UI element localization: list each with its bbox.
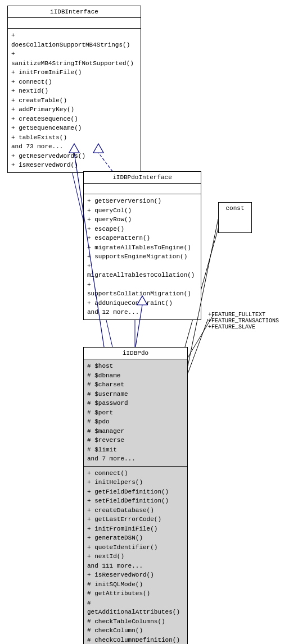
feature-line-1: +FEATURE_FULLTEXT	[208, 312, 279, 318]
meth-12: + isReservedWord()	[87, 570, 184, 580]
line-13: + isReservedWord()	[11, 161, 137, 170]
meth-4: + setFieldDefinition()	[87, 496, 184, 506]
const-box: const	[218, 202, 252, 233]
meth-18: # checkColumnDefinition()	[87, 636, 184, 645]
prop-3: # $charset	[87, 380, 184, 390]
line-3: + initFromIniFile()	[11, 68, 137, 77]
meth-11: and 111 more...	[87, 561, 184, 571]
line-5: + nextId()	[11, 86, 137, 96]
diagram-container: iIDBInterface + doesCollationSupportMB4S…	[0, 0, 307, 644]
pdoline-7: + supportsEngineMigration()	[87, 252, 197, 262]
iIDBPdo-box: iIDBPdo # $host # $dbname # $charset # $…	[83, 347, 188, 644]
meth-2: + initHelpers()	[87, 478, 184, 487]
pdoline-11: and 12 more...	[87, 308, 197, 317]
line-7: + addPrimaryKey()	[11, 105, 137, 115]
prop-11: and 7 more...	[87, 454, 184, 464]
iIDBPdoInterface-title: iIDBPdoInterface	[84, 172, 201, 184]
line-8: + createSequence()	[11, 115, 137, 124]
line-6: + createTable()	[11, 96, 137, 106]
line-10: + tableExists()	[11, 133, 137, 143]
const-label: const	[223, 205, 247, 212]
meth-8: + generateDSN()	[87, 533, 184, 543]
prop-2: # $dbname	[87, 371, 184, 381]
line-1: + doesCollationSupportMB4Strings()	[11, 31, 137, 49]
iIDBInterface-box: iIDBInterface + doesCollationSupportMB4S…	[7, 6, 141, 173]
iIDBInterface-section2: + doesCollationSupportMB4Strings() + san…	[8, 29, 141, 172]
feature-fulltext-label: +FEATURE_FULLTEXT +FEATURE_TRANSACTIONS …	[208, 312, 279, 330]
pdoline-4: + escape()	[87, 225, 197, 234]
pdoline-3: + queryRow()	[87, 215, 197, 225]
meth-5: + createDatabase()	[87, 506, 184, 515]
feature-line-3: +FEATURE_SLAVE	[208, 324, 279, 330]
iIDBPdoInterface-section1	[84, 184, 201, 194]
meth-10: + nextId()	[87, 552, 184, 561]
pdoline-5: + escapePattern()	[87, 234, 197, 243]
pdoline-10: + addUniqueConstraint()	[87, 299, 197, 308]
pdoline-8: + migrateAllTablesToCollation()	[87, 262, 197, 280]
prop-8: # $manager	[87, 427, 184, 436]
iIDBInterface-title: iIDBInterface	[8, 6, 141, 18]
prop-9: # $reverse	[87, 436, 184, 445]
meth-7: + initFromIniFile()	[87, 524, 184, 534]
iIDBPdo-methods: + connect() + initHelpers() + getFieldDe…	[84, 467, 187, 645]
pdoline-6: + migrateAllTablesToEngine()	[87, 243, 197, 253]
prop-7: # $pdo	[87, 417, 184, 427]
iIDBPdo-properties: # $host # $dbname # $charset # $username…	[84, 359, 187, 466]
line-4: + connect()	[11, 77, 137, 87]
feature-line-2: +FEATURE_TRANSACTIONS	[208, 318, 279, 324]
svg-line-15	[188, 319, 208, 373]
iIDBInterface-section1	[8, 18, 141, 28]
meth-6: + getLastErrorCode()	[87, 515, 184, 524]
line-2: + sanitizeMB4StringIfNotSupported()	[11, 49, 137, 68]
iIDBPdo-title: iIDBPdo	[84, 348, 187, 359]
meth-1: + connect()	[87, 469, 184, 478]
meth-14: # getAttributes()	[87, 589, 184, 599]
meth-17: # checkColumn()	[87, 626, 184, 636]
iIDBPdoInterface-box: iIDBPdoInterface + getServerVersion() + …	[83, 171, 201, 320]
iIDBPdoInterface-section2: + getServerVersion() + queryCol() + quer…	[84, 194, 201, 319]
line-9: + getSequenceName()	[11, 124, 137, 133]
prop-5: # $password	[87, 399, 184, 408]
pdoline-9: + supportsCollationMigration()	[87, 280, 197, 299]
meth-3: + getFieldDefinition()	[87, 487, 184, 497]
pdoline-2: + queryCol()	[87, 206, 197, 216]
prop-1: # $host	[87, 362, 184, 371]
line-11: and 73 more...	[11, 142, 137, 152]
meth-15: # getAdditionalAttributes()	[87, 599, 184, 617]
meth-16: # checkTableColumns()	[87, 617, 184, 627]
pdoline-1: + getServerVersion()	[87, 197, 197, 206]
prop-4: # $username	[87, 390, 184, 399]
meth-9: + quoteIdentifier()	[87, 543, 184, 552]
line-12: + getReservedWords()	[11, 152, 137, 161]
prop-6: # $port	[87, 408, 184, 418]
prop-10: # $limit	[87, 445, 184, 455]
meth-13: # initSQLMode()	[87, 580, 184, 590]
